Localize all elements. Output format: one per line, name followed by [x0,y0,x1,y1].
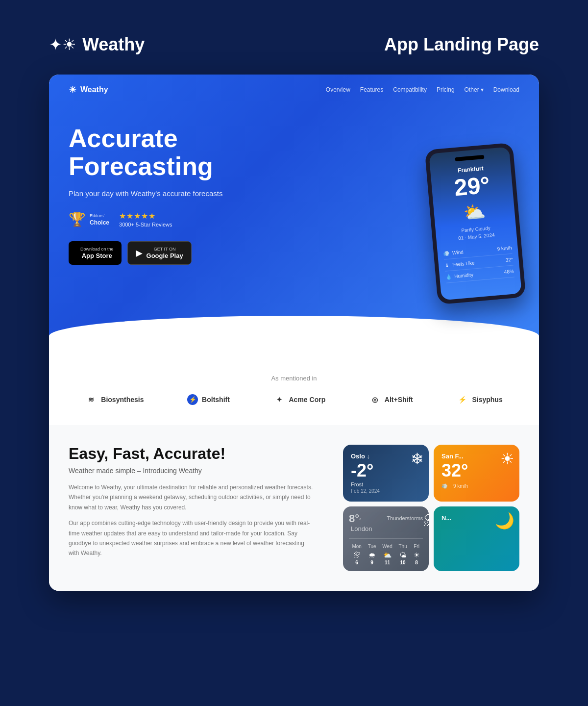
weather-card-oslo: ❄ Oslo ↓ -2° Frost Feb 12, 2024 [343,445,429,502]
hero-content: Accurate Forecasting Plan your day with … [49,105,539,301]
badges-row: 🏆 Editors' Choice ★★★★★ 3000+ 5-Star Rev… [69,211,372,227]
nav-logo: ☀ Weathy [69,84,108,95]
forecast-row: Mon ⛈ 6 Tue 🌧 9 Wed [349,538,423,565]
hero-bottom-curve [49,316,539,340]
editors-text: Editors' Choice [90,212,109,227]
review-count: 3000+ 5-Star Reviews [119,222,172,227]
nav-link-overview[interactable]: Overview [326,86,350,93]
teal-weather-icon: 🌙 [495,511,514,530]
sun-icon: ✦☀ [49,35,76,54]
features-title: Easy, Fast, Accurate! [69,445,314,463]
features-section: Easy, Fast, Accurate! Weather made simpl… [49,425,539,591]
nav-link-features[interactable]: Features [360,86,383,93]
acmecorp-icon: ✦ [273,394,285,405]
nav-sun-icon: ☀ [69,84,76,95]
nav-logo-text: Weathy [80,85,108,94]
san-weather-icon: ☀ [500,450,514,468]
altshift-icon: ◎ [369,394,381,405]
phone-hand-mockup: Frankfurt 29° ⛅ Partly Cloudy 01 · May 5… [431,146,519,301]
app-store-button[interactable]: Download on the App Store [69,241,122,265]
oslo-date: Feb 12, 2024 [351,488,421,494]
phone-stats: 💨 Wind 9 km/h 🌡 [443,242,514,283]
nav-links: Overview Features Compatibility Pricing … [326,86,519,93]
mentioned-label: As mentioned in [69,375,519,382]
london-temp-display: 8°° London [349,512,372,532]
chevron-down-icon: ▾ [481,86,484,93]
brand-sisyphus: ⚡ Sisyphus [456,394,502,405]
reviews-area: ★★★★★ 3000+ 5-Star Reviews [119,211,172,227]
brand-logos: ≋ Biosynthesis ⚡ Boltshift ✦ Acme Corp ◎… [69,394,519,405]
forecast-wed: Wed ⛅ 11 [382,544,392,565]
features-left: Easy, Fast, Accurate! Weather made simpl… [69,445,314,564]
forecast-fri: Fri ☀ 8 [414,544,420,565]
google-play-icon: ▶ [136,248,143,258]
boltshift-icon: ⚡ [187,394,198,405]
san-info: 💨 9 km/h [441,483,512,489]
features-desc-2: Our app combines cutting-edge technology… [69,518,314,558]
wind-icon: 💨 [443,251,450,256]
weather-cards-grid: ❄ Oslo ↓ -2° Frost Feb 12, 2024 ☀ San F.… [343,445,519,571]
phone-temp: 29° [437,172,508,201]
phone-weather-icon: ⛅ [439,199,509,226]
mentioned-section: As mentioned in ≋ Biosynthesis ⚡ Boltshi… [49,360,539,425]
hero-subtitle: Plan your day with Weathy's accurate for… [69,188,372,200]
features-right: ❄ Oslo ↓ -2° Frost Feb 12, 2024 ☀ San F.… [343,445,519,571]
editors-choice-badge: 🏆 Editors' Choice [69,211,109,227]
google-play-label: GET IT ON Google Play [147,247,183,259]
san-wind-icon: 💨 [441,483,447,489]
weather-card-san: ☀ San F... 32° 💨 9 km/h [434,445,519,502]
weather-card-london: 8°° London Thunderstorms ⛈ [343,506,429,571]
london-city: London [351,525,372,532]
humidity-icon: 💧 [445,274,452,280]
nav-link-download[interactable]: Download [493,86,519,93]
nav-link-pricing[interactable]: Pricing [437,86,455,93]
london-weather-icon: ⛈ [423,512,429,529]
weather-card-teal: 🌙 N... [434,506,519,571]
outer-container: ✦☀ Weathy App Landing Page ☀ Weathy Over… [49,20,539,591]
london-condition: Thunderstorms [387,515,423,532]
nav-bar: ☀ Weathy Overview Features Compatibility… [49,75,539,105]
store-buttons: Download on the App Store ▶ GET IT ON Go… [69,241,372,265]
brand-acmecorp: ✦ Acme Corp [273,394,326,405]
main-card: ☀ Weathy Overview Features Compatibility… [49,75,539,591]
brand-altshift: ◎ Alt+Shift [369,394,413,405]
phone-notch [455,155,484,161]
oslo-weather-icon: ❄ [411,450,424,468]
biosynthesis-icon: ≋ [85,394,97,405]
logo-area: ✦☀ Weathy [49,34,145,55]
page-title: App Landing Page [384,34,539,55]
features-subtitle: Weather made simple – Introducing Weathy [69,467,314,475]
features-desc-1: Welcome to Weathy, your ultimate destina… [69,482,314,512]
google-play-button[interactable]: ▶ GET IT ON Google Play [127,241,192,265]
nav-link-other[interactable]: Other ▾ [465,86,484,93]
brand-boltshift: ⚡ Boltshift [187,394,230,405]
nav-link-compatibility[interactable]: Compatibility [393,86,427,93]
sisyphus-icon: ⚡ [456,394,468,405]
brand-biosynthesis: ≋ Biosynthesis [85,394,144,405]
hero-section: ☀ Weathy Overview Features Compatibility… [49,75,539,340]
feels-icon: 🌡 [444,262,450,268]
page-header: ✦☀ Weathy App Landing Page [49,20,539,75]
hero-title: Accurate Forecasting [69,125,372,180]
forecast-tue: Tue 🌧 9 [368,544,376,565]
white-section: As mentioned in ≋ Biosynthesis ⚡ Boltshi… [49,340,539,591]
hero-left: Accurate Forecasting Plan your day with … [69,115,372,265]
phone-mockup: Frankfurt 29° ⛅ Partly Cloudy 01 · May 5… [425,143,526,304]
trophy-icon: 🏆 [69,211,86,227]
app-store-label: Download on the App Store [80,247,114,259]
stars: ★★★★★ [119,211,172,221]
oslo-condition: Frost [351,481,421,487]
forecast-thu: Thu 🌤 10 [399,544,407,565]
hero-right: Frankfurt 29° ⛅ Partly Cloudy 01 · May 5… [372,115,519,301]
forecast-mon: Mon ⛈ 6 [352,544,361,565]
logo-text: Weathy [82,34,145,55]
